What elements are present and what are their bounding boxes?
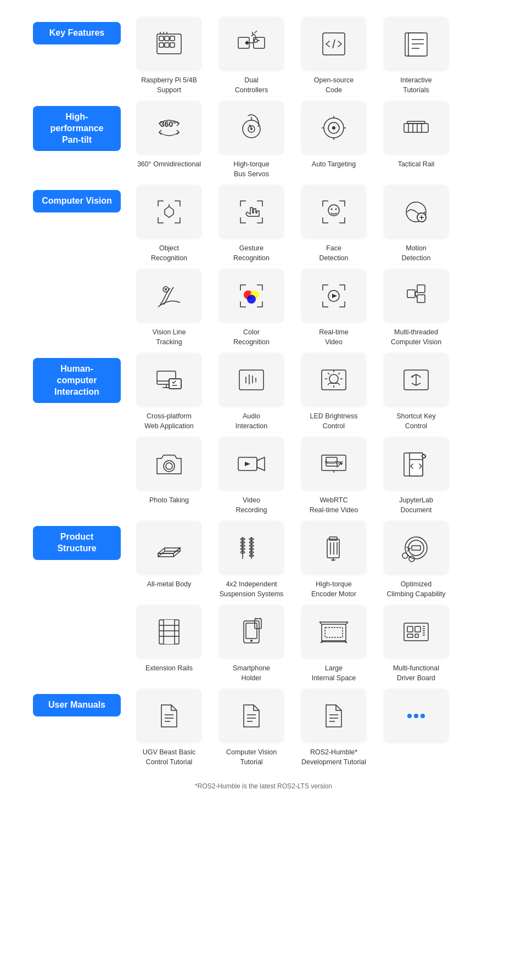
raspberry-pi-icon-box: [136, 16, 202, 71]
feature-shortcut-key-control: + - Shortcut KeyControl: [378, 352, 455, 431]
motion-detection-icon: [400, 195, 433, 228]
suspension-icon-box: [218, 520, 284, 575]
video-recording-label: VideoRecording: [236, 496, 267, 515]
ugv-beast-icon-box: [136, 688, 202, 743]
feature-video-recording: VideoRecording: [213, 436, 290, 515]
extension-rails-label: Extension Rails: [145, 664, 193, 674]
svg-text:+: +: [411, 374, 414, 380]
svg-point-90: [166, 463, 172, 469]
feature-auto-targeting: Auto Targeting: [295, 100, 372, 179]
svg-rect-144: [407, 626, 413, 632]
product-structure-label: Product Structure: [33, 526, 121, 560]
face-detection-label: FaceDetection: [319, 244, 349, 263]
svg-rect-121: [164, 620, 175, 644]
svg-rect-146: [407, 634, 413, 637]
led-brightness-label: LED BrightnessControl: [310, 412, 358, 431]
svg-rect-4: [159, 43, 164, 47]
real-time-video-icon: [317, 279, 350, 312]
more-icon: [400, 699, 433, 732]
jupyterlab-icon-box: [383, 436, 449, 491]
webrtc-label: WebRTCReal-time Video: [310, 496, 358, 515]
svg-rect-39: [407, 121, 425, 124]
auto-targeting-icon: [317, 111, 350, 144]
feature-color-recognition: ColorRecognition: [213, 268, 290, 347]
svg-rect-65: [239, 370, 264, 390]
climbing-icon: [400, 531, 433, 564]
driver-board-icon: [400, 615, 433, 648]
feature-all-metal-body: All-metal Body: [131, 520, 208, 599]
led-brightness-icon-box: [301, 352, 367, 407]
svg-rect-3: [170, 36, 175, 41]
hci-section: Human-computerInteraction Cross-platform…: [33, 352, 494, 515]
key-features-label: Key Features: [33, 22, 121, 44]
svg-point-164: [421, 714, 425, 718]
feature-smartphone-holder: SmartphoneHolder: [213, 604, 290, 683]
computer-vision-grid: ObjectRecognition GestureRecognition: [131, 184, 494, 347]
feature-high-torque-encoder-motor: High-torqueEncoder Motor: [295, 520, 372, 599]
svg-rect-16: [408, 33, 427, 56]
feature-cross-platform-web: Cross-platformWeb Application: [131, 352, 208, 431]
pan-tilt-grid: 360° 360° Omnidirectional: [131, 100, 494, 179]
feature-interactive-tutorials: InteractiveTutorials: [378, 16, 455, 95]
dual-controllers-label: DualControllers: [235, 76, 268, 95]
jupyterlab-icon: [400, 447, 433, 480]
audio-interaction-icon-box: [218, 352, 284, 407]
svg-rect-115: [412, 546, 421, 550]
hci-label: Human-computerInteraction: [33, 358, 121, 403]
gesture-recognition-label: GestureRecognition: [233, 244, 270, 263]
360-icon: 360°: [153, 111, 186, 144]
multi-threaded-cv-icon-box: [383, 268, 449, 323]
color-recognition-icon-box: [218, 268, 284, 323]
feature-independent-suspension: 4x2 IndependentSuspension Systems: [213, 520, 290, 599]
encoder-motor-icon-box: [301, 520, 367, 575]
feature-audio-interaction: AudioInteraction: [213, 352, 290, 431]
photo-taking-icon-box: [136, 436, 202, 491]
real-time-video-label: Real-timeVideo: [319, 328, 349, 347]
vision-line-tracking-icon-box: [136, 268, 202, 323]
motion-detection-icon-box: [383, 184, 449, 239]
vision-line-tracking-icon: [153, 279, 186, 312]
svg-rect-134: [325, 628, 343, 637]
gesture-recognition-icon: [235, 195, 268, 228]
computer-vision-section: Computer Vision ObjectRecognition: [33, 184, 494, 347]
all-metal-label: All-metal Body: [147, 580, 192, 590]
svg-line-77: [338, 383, 340, 385]
feature-dual-controllers: DualControllers: [213, 16, 290, 95]
svg-rect-130: [255, 619, 261, 629]
face-detection-icon: [317, 195, 350, 228]
svg-point-11: [254, 39, 257, 42]
user-manuals-grid: UGV Beast BasicControl Tutorial Computer…: [131, 688, 494, 767]
svg-line-86: [412, 383, 416, 385]
feature-ugv-beast-basic: UGV Beast BasicControl Tutorial: [131, 688, 208, 767]
driver-board-label: Multi-functionalDriver Board: [393, 664, 439, 683]
svg-rect-2: [165, 36, 169, 41]
tactical-rail-icon-box: [383, 100, 449, 155]
video-recording-icon: [235, 447, 268, 480]
svg-rect-110: [329, 537, 337, 540]
svg-rect-6: [170, 43, 175, 47]
svg-point-118: [402, 553, 408, 558]
open-source-code-icon: [317, 27, 350, 60]
svg-point-29: [332, 126, 335, 130]
encoder-motor-icon: [317, 531, 350, 564]
svg-rect-1: [159, 36, 164, 41]
interactive-tutorials-icon: [400, 27, 433, 60]
svg-point-52: [247, 295, 256, 304]
feature-large-internal-space: LargeInternal Space: [295, 604, 372, 683]
climbing-icon-box: [383, 520, 449, 575]
smartphone-holder-label: SmartphoneHolder: [233, 664, 270, 683]
feature-open-source-code: Open-sourceCode: [295, 16, 372, 95]
feature-webrtc-real-time-video: WebRTC WebRTCReal-time Video: [295, 436, 372, 515]
extension-rails-icon-box: [136, 604, 202, 659]
cross-platform-icon-box: [136, 352, 202, 407]
svg-line-79: [328, 383, 329, 385]
svg-point-163: [414, 714, 418, 718]
suspension-icon: [235, 531, 268, 564]
video-recording-icon-box: [218, 436, 284, 491]
ros2-humble-icon: [317, 699, 350, 732]
webrtc-icon-box: WebRTC: [301, 436, 367, 491]
interactive-tutorials-label: InteractiveTutorials: [400, 76, 432, 95]
product-structure-section: Product Structure All-metal Body: [33, 520, 494, 683]
raspberry-pi-label: Raspberry Pi 5/4BSupport: [141, 76, 197, 95]
svg-rect-145: [415, 626, 421, 632]
